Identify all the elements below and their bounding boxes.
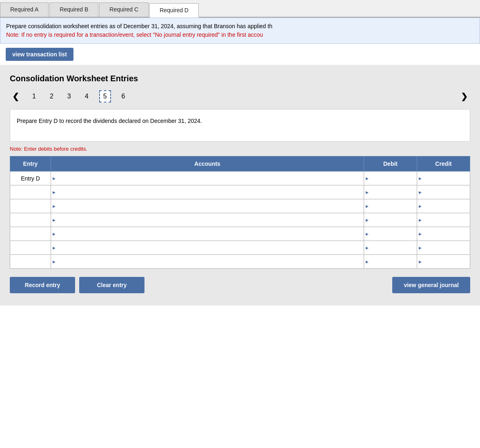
account-input-7[interactable] [51, 255, 364, 268]
col-header-accounts: Accounts [51, 156, 364, 172]
account-input-3[interactable] [51, 199, 364, 213]
table-row [10, 199, 470, 213]
debit-input-6[interactable] [364, 241, 417, 254]
entry-label-cell-3 [10, 199, 51, 213]
col-header-debit: Debit [364, 156, 417, 172]
table-row [10, 227, 470, 241]
credit-cell-3[interactable] [417, 199, 470, 213]
account-input-6[interactable] [51, 241, 364, 254]
credit-cell-2[interactable] [417, 185, 470, 199]
credit-input-3[interactable] [417, 199, 470, 213]
account-input-1[interactable] [51, 172, 364, 185]
accounts-cell-6[interactable] [51, 241, 364, 255]
entry-description-box: Prepare Entry D to record the dividends … [10, 109, 470, 142]
credit-cell-4[interactable] [417, 213, 470, 227]
credit-input-7[interactable] [417, 255, 470, 268]
col-header-entry: Entry [10, 156, 51, 172]
entry-description-text: Prepare Entry D to record the dividends … [17, 118, 202, 124]
page-6[interactable]: 6 [118, 91, 129, 102]
credit-input-4[interactable] [417, 213, 470, 227]
entry-label-cell: Entry D [10, 172, 51, 185]
credit-input-5[interactable] [417, 227, 470, 241]
instructions-note-text: Note: If no entry is required for a tran… [6, 31, 474, 39]
account-input-5[interactable] [51, 227, 364, 241]
debit-input-4[interactable] [364, 213, 417, 227]
accounts-cell-5[interactable] [51, 227, 364, 241]
tab-required-b[interactable]: Required B [49, 2, 98, 17]
view-general-journal-button[interactable]: view general journal [392, 277, 470, 293]
page-1[interactable]: 1 [29, 91, 39, 102]
prev-page-arrow[interactable]: ❮ [10, 91, 22, 102]
tab-required-a[interactable]: Required A [0, 2, 49, 17]
worksheet-panel: Consolidation Worksheet Entries ❮ 1 2 3 … [0, 65, 480, 305]
clear-entry-button[interactable]: Clear entry [79, 277, 144, 293]
credit-input-6[interactable] [417, 241, 470, 254]
instructions-banner: Prepare consolidation worksheet entries … [0, 18, 480, 44]
debit-cell-4[interactable] [364, 213, 417, 227]
debit-input-5[interactable] [364, 227, 417, 241]
debit-input-7[interactable] [364, 255, 417, 268]
page-3[interactable]: 3 [64, 91, 74, 102]
entry-label-cell-2 [10, 185, 51, 199]
pagination: ❮ 1 2 3 4 5 6 ❯ [10, 90, 470, 103]
next-page-arrow[interactable]: ❯ [458, 91, 470, 102]
debit-cell-2[interactable] [364, 185, 417, 199]
credit-input-2[interactable] [417, 185, 470, 199]
debit-credit-note: Note: Enter debits before credits. [10, 146, 470, 152]
debit-input-1[interactable] [364, 172, 417, 185]
account-input-4[interactable] [51, 213, 364, 227]
table-row [10, 185, 470, 199]
debit-input-2[interactable] [364, 185, 417, 199]
debit-input-3[interactable] [364, 199, 417, 213]
page-5[interactable]: 5 [99, 90, 111, 103]
debit-cell-3[interactable] [364, 199, 417, 213]
credit-cell-7[interactable] [417, 255, 470, 269]
credit-cell[interactable] [417, 172, 470, 185]
accounts-cell-7[interactable] [51, 255, 364, 269]
entry-label-cell-5 [10, 227, 51, 241]
table-row [10, 255, 470, 269]
entry-label-cell-6 [10, 241, 51, 255]
worksheet-title: Consolidation Worksheet Entries [10, 73, 470, 84]
debit-cell[interactable] [364, 172, 417, 185]
accounts-cell-2[interactable] [51, 185, 364, 199]
account-input-2[interactable] [51, 185, 364, 199]
tab-required-d[interactable]: Required D [149, 3, 199, 18]
table-row [10, 241, 470, 255]
page-4[interactable]: 4 [82, 91, 92, 102]
debit-cell-6[interactable] [364, 241, 417, 255]
table-row: Entry D [10, 172, 470, 185]
debit-cell-7[interactable] [364, 255, 417, 269]
credit-cell-5[interactable] [417, 227, 470, 241]
page-2[interactable]: 2 [47, 91, 57, 102]
journal-entry-table: Entry Accounts Debit Credit Entry D [10, 156, 470, 269]
tab-required-c[interactable]: Required C [99, 2, 149, 17]
accounts-cell-4[interactable] [51, 213, 364, 227]
accounts-cell-3[interactable] [51, 199, 364, 213]
tabs-bar: Required A Required B Required C Require… [0, 0, 480, 18]
credit-input-1[interactable] [417, 172, 470, 185]
accounts-cell[interactable] [51, 172, 364, 185]
view-transaction-list-button[interactable]: view transaction list [6, 48, 73, 61]
txn-list-bar: view transaction list [0, 44, 480, 65]
table-row [10, 213, 470, 227]
entry-label-cell-4 [10, 213, 51, 227]
record-entry-button[interactable]: Record entry [10, 277, 75, 293]
col-header-credit: Credit [417, 156, 470, 172]
instructions-main-text: Prepare consolidation worksheet entries … [6, 22, 474, 31]
entry-label-cell-7 [10, 255, 51, 269]
buttons-bar: Record entry Clear entry view general jo… [10, 277, 470, 293]
credit-cell-6[interactable] [417, 241, 470, 255]
debit-cell-5[interactable] [364, 227, 417, 241]
